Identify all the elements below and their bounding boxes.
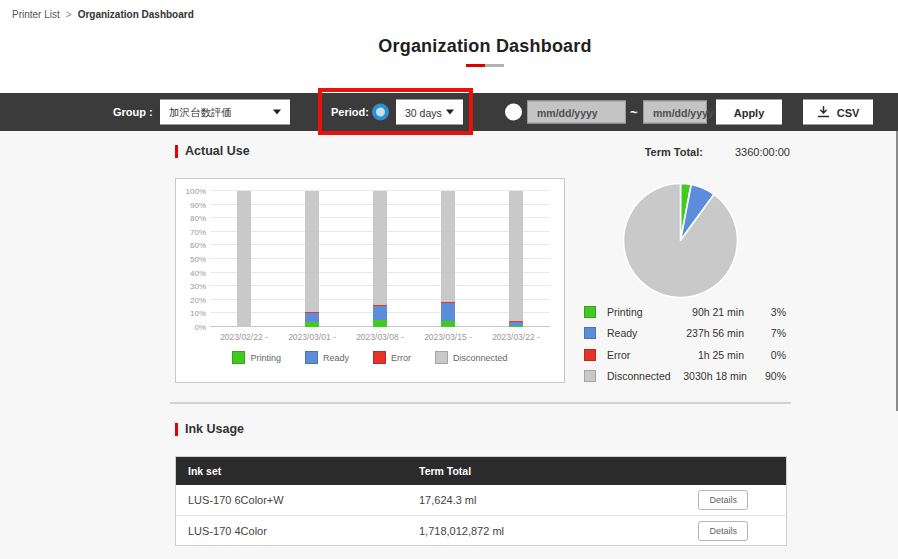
legend-swatch <box>373 351 386 364</box>
breadcrumb-current-page: Organization Dashboard <box>78 9 194 20</box>
period-label: Period: <box>331 106 369 118</box>
ink-table-header: Ink set Term Total <box>176 457 786 485</box>
y-axis-tick-label: 10% <box>178 309 206 318</box>
title-underline-red <box>466 64 485 67</box>
x-axis-tick-label: 2023/03/15 - <box>414 332 482 342</box>
breadcrumb-separator: > <box>66 9 72 20</box>
legend-label: Printing <box>607 306 662 318</box>
legend-item-error: Error <box>373 351 411 364</box>
ink-usage-section-header: Ink Usage <box>175 422 244 436</box>
legend-swatch <box>305 351 318 364</box>
page-title-block: Organization Dashboard <box>72 36 898 67</box>
bar-segment-ready <box>305 313 319 323</box>
date-to-input[interactable]: mm/dd/yyyy <box>643 101 707 124</box>
actual-use-section-header: Actual Use <box>175 144 250 158</box>
chevron-down-icon <box>446 110 454 115</box>
legend-percent: 3% <box>744 306 786 318</box>
legend-duration: 3030h 18 min <box>671 370 747 382</box>
pie-legend-row-disconnected: Disconnected3030h 18 min90% <box>584 366 786 388</box>
apply-button[interactable]: Apply <box>716 100 782 125</box>
y-axis-tick-label: 50% <box>178 255 206 264</box>
pie-legend-row-printing: Printing90h 21 min3% <box>584 301 786 323</box>
group-label: Group : <box>113 106 153 118</box>
column-header-term-total: Term Total <box>419 465 786 477</box>
y-axis-tick-label: 90% <box>178 200 206 209</box>
y-axis-tick-label: 60% <box>178 241 206 250</box>
table-row: LUS-170 6Color+W17,624.3 mlDetails <box>176 485 786 515</box>
title-underline-gray <box>485 64 504 67</box>
breadcrumb: Printer List > Organization Dashboard <box>12 9 194 20</box>
term-total: Term Total: 3360:00:00 <box>645 146 790 158</box>
legend-item-disconnected: Disconnected <box>435 351 508 364</box>
date-from-input[interactable]: mm/dd/yyyy <box>527 101 626 124</box>
legend-item-printing: Printing <box>232 351 281 364</box>
custom-range-radio[interactable] <box>505 104 522 121</box>
bar-segment-printing <box>373 320 387 327</box>
x-axis-tick-label: 2023/02/22 - <box>210 332 278 342</box>
ink-usage-title: Ink Usage <box>185 422 244 436</box>
stacked-bar <box>237 191 251 327</box>
group-dropdown-value: 加沢台数評価 <box>169 105 232 119</box>
x-axis-tick-label: 2023/03/08 - <box>346 332 414 342</box>
legend-label: Printing <box>250 353 281 363</box>
legend-label: Error <box>607 349 662 361</box>
stacked-bar <box>373 191 387 327</box>
table-row: LUS-170 4Color1,718,012,872 mlDetails <box>176 515 786 545</box>
pie-legend-row-ready: Ready237h 56 min7% <box>584 323 786 345</box>
title-underline <box>466 64 504 67</box>
pie-slice-disconnected <box>624 184 738 298</box>
bar-segment-disconnected <box>305 191 319 312</box>
period-radio[interactable] <box>372 104 389 121</box>
actual-use-title: Actual Use <box>185 144 250 158</box>
legend-label: Error <box>391 353 411 363</box>
details-button[interactable]: Details <box>698 521 748 541</box>
page-title: Organization Dashboard <box>72 36 898 57</box>
y-axis-tick-label: 100% <box>178 187 206 196</box>
legend-duration: 90h 21 min <box>662 306 744 318</box>
bar-slot <box>482 191 550 327</box>
legend-swatch <box>435 351 448 364</box>
pie-legend: Printing90h 21 min3%Ready237h 56 min7%Er… <box>584 301 786 387</box>
period-dropdown-value: 30 days <box>405 106 442 118</box>
date-from-placeholder: mm/dd/yyyy <box>537 106 598 118</box>
legend-duration: 1h 25 min <box>662 349 744 361</box>
ink-table-body: LUS-170 6Color+W17,624.3 mlDetailsLUS-17… <box>176 485 786 545</box>
legend-swatch <box>584 370 596 382</box>
bar-slot <box>278 191 346 327</box>
legend-swatch <box>584 349 596 361</box>
bar-segment-printing <box>441 321 455 327</box>
y-axis-tick-label: 30% <box>178 282 206 291</box>
section-accent-bar <box>175 423 178 436</box>
y-axis-tick-label: 80% <box>178 214 206 223</box>
bar-segment-printing <box>509 326 523 327</box>
bar-legend: PrintingReadyErrorDisconnected <box>176 351 564 364</box>
usage-bar-chart: 0%10%20%30%40%50%60%70%80%90%100% 2023/0… <box>175 178 565 383</box>
bar-plot: 0%10%20%30%40%50%60%70%80%90%100% <box>210 191 550 327</box>
bar-segment-printing <box>305 322 319 327</box>
csv-button-label: CSV <box>837 106 860 118</box>
group-dropdown[interactable]: 加沢台数評価 <box>160 100 290 125</box>
legend-item-ready: Ready <box>305 351 349 364</box>
legend-label: Disconnected <box>607 370 671 382</box>
period-dropdown[interactable]: 30 days <box>396 100 463 125</box>
ink-usage-table: Ink set Term Total LUS-170 6Color+W17,62… <box>175 456 787 546</box>
cell-term-total: 1,718,012,872 ml <box>419 525 698 537</box>
bar-slot <box>346 191 414 327</box>
column-header-ink-set: Ink set <box>176 465 419 477</box>
y-axis-tick-label: 0% <box>178 323 206 332</box>
y-axis-tick-label: 20% <box>178 295 206 304</box>
pie-legend-row-error: Error1h 25 min0% <box>584 344 786 366</box>
legend-percent: 7% <box>744 327 786 339</box>
term-total-label: Term Total: <box>645 146 703 158</box>
cell-ink-set: LUS-170 6Color+W <box>176 494 419 506</box>
csv-button[interactable]: CSV <box>803 100 873 125</box>
dashboard-content: Actual Use Term Total: 3360:00:00 0%10%2… <box>0 131 898 559</box>
bar-segment-ready <box>441 303 455 321</box>
bar-segment-ready <box>373 306 387 320</box>
legend-swatch <box>584 306 596 318</box>
legend-label: Ready <box>607 327 662 339</box>
details-button[interactable]: Details <box>698 490 748 510</box>
breadcrumb-printer-list[interactable]: Printer List <box>12 9 60 20</box>
bars-container <box>210 191 550 327</box>
stacked-bar <box>305 191 319 327</box>
